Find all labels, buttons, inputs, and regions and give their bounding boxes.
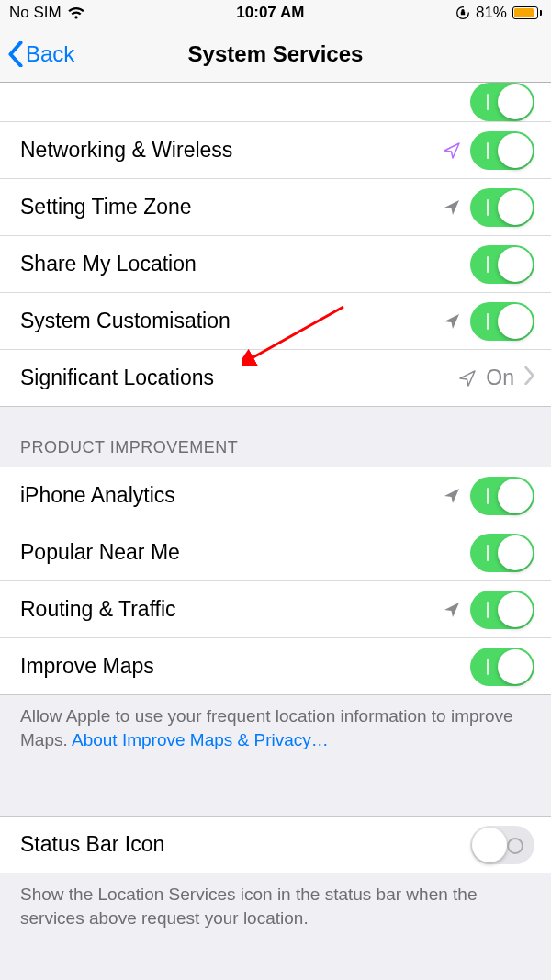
row-popular-near-me[interactable]: Popular Near Me: [0, 524, 551, 581]
back-label: Back: [26, 41, 74, 67]
back-button[interactable]: Back: [7, 41, 74, 67]
row-label: Networking & Wireless: [20, 138, 443, 163]
location-arrow-icon: [443, 312, 461, 331]
row-partial-top[interactable]: [0, 83, 551, 122]
page-title: System Services: [188, 41, 364, 67]
location-arrow-icon: [443, 487, 461, 505]
section-footer-status-bar-icon: Show the Location Services icon in the s…: [0, 873, 551, 944]
toggle[interactable]: [470, 83, 534, 121]
location-arrow-icon: [443, 141, 461, 160]
location-arrow-icon: [443, 601, 461, 619]
row-label: Significant Locations: [20, 366, 458, 390]
status-right: 81%: [455, 4, 542, 22]
row-networking-wireless[interactable]: Networking & Wireless: [0, 122, 551, 179]
row-value: On: [486, 366, 514, 390]
row-significant-locations[interactable]: Significant Locations On: [0, 350, 551, 407]
rotation-lock-icon: [455, 6, 470, 20]
row-label: Routing & Traffic: [20, 597, 443, 622]
carrier-label: No SIM: [9, 4, 62, 22]
section-status-bar-icon: Status Bar Icon: [0, 816, 551, 873]
row-label: Popular Near Me: [20, 540, 470, 565]
location-arrow-icon: [443, 198, 461, 217]
row-share-my-location[interactable]: Share My Location: [0, 236, 551, 293]
row-iphone-analytics[interactable]: iPhone Analytics: [0, 467, 551, 524]
toggle[interactable]: [470, 648, 534, 686]
row-label: Setting Time Zone: [20, 195, 443, 220]
row-label: iPhone Analytics: [20, 483, 443, 508]
about-improve-maps-link[interactable]: About Improve Maps & Privacy…: [72, 730, 329, 749]
toggle[interactable]: [470, 477, 534, 515]
footer-text: Show the Location Services icon in the s…: [20, 884, 477, 928]
toggle[interactable]: [470, 302, 534, 341]
row-label: Improve Maps: [20, 654, 470, 679]
section-header-product-improvement: Product Improvement: [0, 407, 551, 467]
toggle[interactable]: [470, 826, 534, 864]
row-status-bar-icon[interactable]: Status Bar Icon: [0, 817, 551, 873]
status-left: No SIM: [9, 4, 85, 22]
toggle[interactable]: [470, 131, 534, 170]
location-arrow-icon: [458, 369, 477, 388]
chevron-right-icon: [523, 366, 534, 390]
section-footer-improve-maps: Allow Apple to use your frequent locatio…: [0, 695, 551, 766]
battery-percent: 81%: [476, 4, 507, 22]
toggle[interactable]: [470, 534, 534, 572]
status-bar: No SIM 10:07 AM 81%: [0, 0, 551, 26]
battery-icon: [512, 6, 542, 19]
row-label: System Customisation: [20, 309, 443, 333]
toggle[interactable]: [470, 188, 534, 227]
row-routing-traffic[interactable]: Routing & Traffic: [0, 581, 551, 638]
toggle[interactable]: [470, 245, 534, 284]
section-system-services: Networking & Wireless Setting Time Zone …: [0, 83, 551, 407]
status-time: 10:07 AM: [236, 4, 304, 22]
row-label: Share My Location: [20, 252, 470, 276]
row-setting-time-zone[interactable]: Setting Time Zone: [0, 179, 551, 236]
section-gap: [0, 766, 551, 816]
row-label: Status Bar Icon: [20, 832, 470, 857]
row-system-customisation[interactable]: System Customisation: [0, 293, 551, 350]
row-improve-maps[interactable]: Improve Maps: [0, 638, 551, 695]
section-product-improvement: iPhone Analytics Popular Near Me Routing…: [0, 467, 551, 695]
wifi-icon: [67, 6, 85, 20]
toggle[interactable]: [470, 591, 534, 629]
nav-bar: Back System Services: [0, 26, 551, 83]
